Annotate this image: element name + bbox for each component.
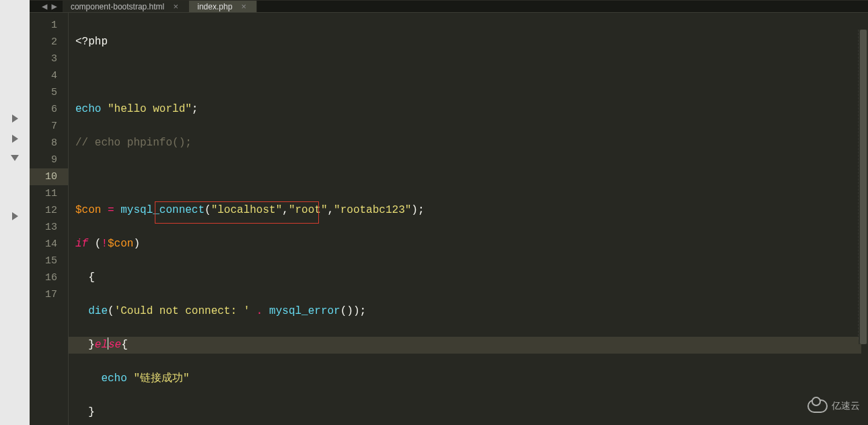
code-line: echo "链接成功"	[75, 370, 861, 387]
close-icon[interactable]: ×	[239, 2, 248, 11]
code-line: echo "hello world";	[75, 101, 861, 118]
line-number: 14	[30, 236, 57, 253]
fold-marker-icon[interactable]	[12, 135, 18, 143]
tab-navigation: ◀ ▶	[36, 1, 63, 12]
tab-bar: ◀ ▶ component-bootstrap.html × index.php…	[30, 1, 868, 12]
code-line: die('Could not connect: ' . mysql_error(…	[75, 303, 861, 320]
tab-prev-icon[interactable]: ◀	[42, 1, 47, 12]
close-icon[interactable]: ×	[171, 2, 180, 11]
line-number: 6	[30, 101, 57, 118]
tab-index-php[interactable]: index.php ×	[189, 1, 257, 12]
line-number-current: 10	[30, 168, 68, 185]
line-number: 13	[30, 219, 57, 236]
line-number: 7	[30, 118, 57, 135]
code-line: <?php	[75, 34, 861, 51]
line-number: 3	[30, 51, 57, 67]
left-gutter-strip	[0, 0, 30, 425]
line-number-gutter: 1 2 3 4 5 6 7 8 9 10 11 12 13 14 15 16 1…	[30, 13, 69, 425]
line-number: 11	[30, 185, 57, 202]
line-number: 1	[30, 17, 57, 34]
code-line: $con = mysql_connect("localhost","root",…	[75, 202, 861, 219]
line-number: 16	[30, 269, 57, 286]
tab-next-icon[interactable]: ▶	[51, 1, 57, 12]
line-number: 12	[30, 202, 57, 219]
line-number: 2	[30, 34, 57, 51]
code-line: // echo phpinfo();	[75, 135, 861, 152]
code-line-current: }else{	[69, 337, 861, 354]
fold-marker-icon[interactable]	[12, 212, 18, 220]
scrollbar-thumb[interactable]	[860, 30, 867, 344]
minimap-edge	[857, 30, 859, 339]
code-line: {	[75, 269, 861, 286]
line-number: 4	[30, 67, 57, 84]
code-line	[75, 67, 861, 84]
code-content[interactable]: <?php echo "hello world"; // echo phpinf…	[69, 13, 868, 425]
code-line	[75, 168, 861, 185]
tab-component-bootstrap[interactable]: component-bootstrap.html ×	[63, 1, 189, 12]
line-number: 5	[30, 84, 57, 101]
line-number: 8	[30, 135, 57, 152]
code-line: if (!$con)	[75, 236, 861, 253]
line-number: 17	[30, 286, 57, 303]
line-number: 9	[30, 152, 57, 168]
fold-marker-icon[interactable]	[12, 115, 18, 123]
tab-label: index.php	[197, 2, 232, 11]
code-line: }	[75, 404, 861, 421]
editor-area[interactable]: 1 2 3 4 5 6 7 8 9 10 11 12 13 14 15 16 1…	[30, 12, 868, 425]
editor-window: ◀ ▶ component-bootstrap.html × index.php…	[30, 0, 868, 425]
tab-label: component-bootstrap.html	[71, 2, 164, 11]
vertical-scrollbar[interactable]	[859, 30, 868, 344]
fold-marker-open-icon[interactable]	[11, 155, 19, 161]
line-number: 15	[30, 253, 57, 269]
